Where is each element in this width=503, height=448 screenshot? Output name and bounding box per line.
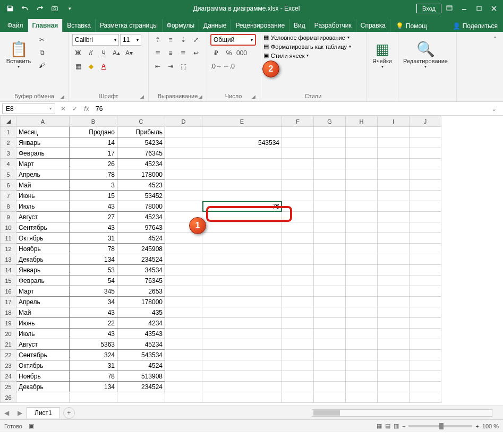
cell[interactable] — [410, 212, 441, 222]
font-color-icon[interactable]: A — [98, 61, 109, 72]
cell[interactable] — [16, 392, 70, 403]
cell[interactable] — [202, 392, 282, 403]
cell[interactable] — [346, 307, 378, 318]
cell[interactable] — [346, 137, 378, 148]
cell[interactable] — [314, 137, 346, 148]
cell[interactable] — [282, 297, 314, 307]
cell[interactable] — [202, 382, 282, 392]
increase-font-icon[interactable]: A▴ — [110, 47, 122, 59]
cell[interactable]: 97643 — [117, 222, 165, 233]
row-header-10[interactable]: 10 — [1, 222, 16, 233]
cell[interactable]: Ноябрь — [16, 371, 70, 382]
cell[interactable] — [202, 286, 282, 297]
cell[interactable]: 513908 — [117, 371, 165, 382]
cell[interactable] — [202, 350, 282, 360]
cell[interactable] — [410, 180, 441, 191]
cell[interactable] — [314, 212, 346, 222]
cell[interactable] — [202, 222, 282, 233]
cell[interactable] — [165, 233, 202, 244]
cell[interactable]: Июнь — [16, 318, 70, 329]
cell[interactable]: Прибыль — [117, 127, 165, 137]
cell[interactable]: 4523 — [117, 180, 165, 191]
cell[interactable] — [410, 297, 441, 307]
cell[interactable] — [410, 265, 441, 275]
close-icon[interactable] — [487, 2, 501, 15]
tab-data[interactable]: Данные — [199, 19, 231, 32]
cell[interactable]: 345 — [70, 286, 117, 297]
align-top-icon[interactable]: ⇡ — [152, 34, 164, 46]
cell[interactable]: 43 — [70, 329, 117, 339]
cell[interactable] — [282, 275, 314, 286]
collapse-ribbon-icon[interactable]: ˄ — [489, 34, 501, 46]
cell[interactable]: Январь — [16, 265, 70, 275]
camera-icon[interactable] — [48, 2, 62, 15]
cell[interactable] — [282, 169, 314, 180]
cell[interactable] — [314, 286, 346, 297]
horizontal-scrollbar[interactable] — [75, 409, 503, 417]
cell[interactable] — [410, 191, 441, 201]
cell[interactable] — [165, 329, 202, 339]
cell[interactable]: 76345 — [117, 275, 165, 286]
cell[interactable] — [378, 318, 410, 329]
cell[interactable] — [282, 127, 314, 137]
row-header-11[interactable]: 11 — [1, 233, 16, 244]
cell[interactable] — [378, 159, 410, 169]
normal-view-icon[interactable]: ▦ — [377, 423, 382, 429]
cell[interactable]: 22 — [70, 318, 117, 329]
zoom-out-icon[interactable]: − — [402, 423, 405, 429]
cell[interactable] — [410, 360, 441, 371]
cell[interactable] — [202, 244, 282, 254]
cell[interactable]: 26 — [70, 159, 117, 169]
redo-icon[interactable] — [33, 2, 47, 15]
cell[interactable] — [410, 286, 441, 297]
cell[interactable] — [202, 148, 282, 159]
tell-me[interactable]: 💡Помощ — [390, 20, 432, 32]
cell[interactable]: 4524 — [117, 233, 165, 244]
cell[interactable] — [165, 127, 202, 137]
cell[interactable] — [282, 212, 314, 222]
comma-icon[interactable]: 000 — [236, 47, 248, 59]
cell[interactable] — [314, 244, 346, 254]
cell[interactable] — [346, 212, 378, 222]
cell[interactable]: 43 — [70, 201, 117, 212]
sheet-nav-next-icon[interactable]: ▶ — [13, 409, 27, 417]
cell[interactable] — [378, 307, 410, 318]
cell[interactable] — [314, 360, 346, 371]
cell[interactable] — [346, 127, 378, 137]
cell[interactable] — [346, 233, 378, 244]
cell[interactable] — [165, 286, 202, 297]
cell[interactable] — [314, 201, 346, 212]
cell[interactable] — [346, 169, 378, 180]
cell[interactable]: Месяц — [16, 127, 70, 137]
cell[interactable] — [410, 137, 441, 148]
maximize-icon[interactable] — [472, 2, 486, 15]
cell[interactable] — [410, 159, 441, 169]
row-header-6[interactable]: 6 — [1, 180, 16, 191]
cell[interactable] — [282, 286, 314, 297]
cell[interactable] — [314, 233, 346, 244]
cell[interactable]: 324 — [70, 350, 117, 360]
cell[interactable]: 31 — [70, 360, 117, 371]
row-header-23[interactable]: 23 — [1, 360, 16, 371]
cell[interactable] — [202, 159, 282, 169]
cell[interactable] — [346, 297, 378, 307]
col-header-H[interactable]: H — [346, 116, 378, 127]
cell[interactable] — [410, 169, 441, 180]
cell[interactable]: Октябрь — [16, 233, 70, 244]
cell[interactable] — [165, 307, 202, 318]
cell[interactable]: 134 — [70, 254, 117, 265]
cell[interactable]: Август — [16, 339, 70, 350]
cell[interactable] — [165, 360, 202, 371]
bold-button[interactable]: Ж — [72, 47, 84, 59]
cell[interactable] — [165, 159, 202, 169]
cell[interactable] — [282, 191, 314, 201]
row-header-24[interactable]: 24 — [1, 371, 16, 382]
cell[interactable] — [346, 159, 378, 169]
row-header-25[interactable]: 25 — [1, 382, 16, 392]
col-header-G[interactable]: G — [314, 116, 346, 127]
cell[interactable] — [165, 350, 202, 360]
cell[interactable]: 53 — [70, 265, 117, 275]
cell[interactable] — [165, 169, 202, 180]
cell[interactable] — [165, 392, 202, 403]
cell[interactable] — [410, 339, 441, 350]
